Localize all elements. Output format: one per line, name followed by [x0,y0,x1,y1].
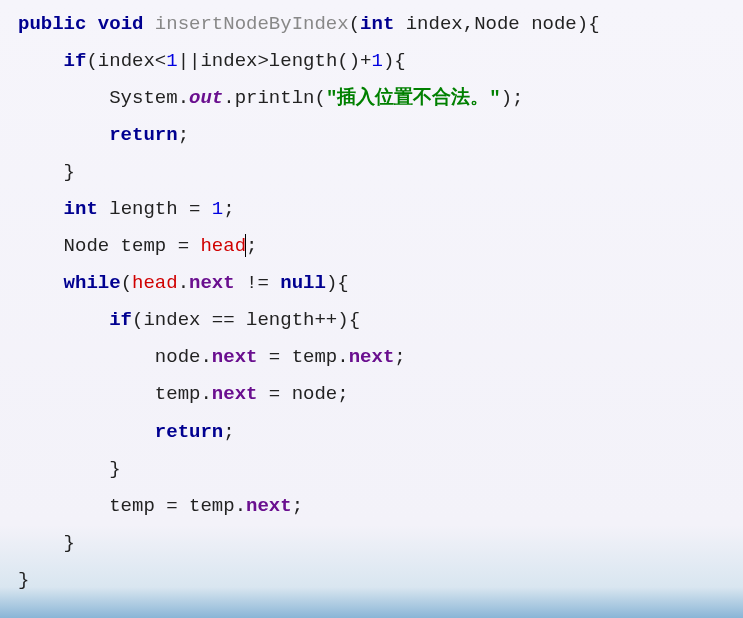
brace-close: } [18,569,29,591]
var-head: head [200,235,246,257]
param-node: Node node [474,13,577,35]
num-1c: 1 [212,198,223,220]
kw-null: null [280,272,326,294]
prop-next: next [212,383,258,405]
semi: ; [292,495,303,517]
kw-while: while [64,272,121,294]
txt: = node; [257,383,348,405]
call-println: .println( [223,87,326,109]
prop-next: next [189,272,235,294]
txt: length = [98,198,212,220]
expr: ){ [383,50,406,72]
semi: ; [246,235,257,257]
kw-int: int [360,13,394,35]
prop-next: next [212,346,258,368]
string-literal: "插入位置不合法。" [326,87,501,109]
kw-if: if [109,309,132,331]
expr: (index == length++){ [132,309,360,331]
field-out: out [189,87,223,109]
kw-void: void [98,13,144,35]
dot: . [178,272,189,294]
txt: temp. [155,383,212,405]
kw-int: int [64,198,98,220]
txt: node. [155,346,212,368]
end: ){ [326,272,349,294]
semi: ; [178,124,189,146]
brace-close: } [64,161,75,183]
num-1: 1 [166,50,177,72]
prop-next: next [349,346,395,368]
code-block: public void insertNodeByIndex(int index,… [0,0,743,599]
obj-system: System. [109,87,189,109]
paren: ( [121,272,132,294]
txt: temp = temp. [109,495,246,517]
end: ); [501,87,524,109]
brace-close: } [64,532,75,554]
brace-close: } [109,458,120,480]
kw-return: return [109,124,177,146]
expr: (index< [86,50,166,72]
txt: = temp. [257,346,348,368]
param-index: index [406,13,463,35]
kw-public: public [18,13,86,35]
prop-next: next [246,495,292,517]
method-name: insertNodeByIndex [155,13,349,35]
semi: ; [223,421,234,443]
semi: ; [394,346,405,368]
expr: ||index>length()+ [178,50,372,72]
txt: != [235,272,281,294]
kw-return: return [155,421,223,443]
num-1b: 1 [372,50,383,72]
txt: Node temp = [64,235,201,257]
var-head: head [132,272,178,294]
kw-if: if [64,50,87,72]
semi: ; [223,198,234,220]
